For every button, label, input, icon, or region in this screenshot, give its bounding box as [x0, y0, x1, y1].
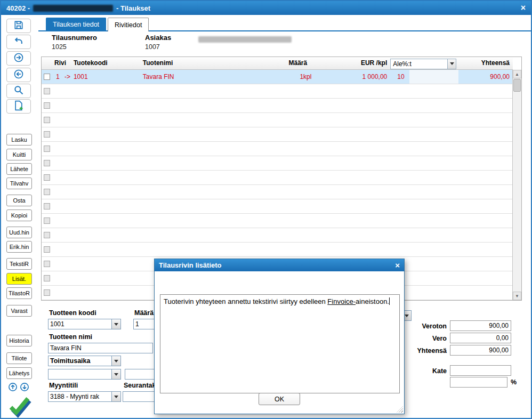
row-checkbox-cell: [42, 99, 52, 112]
customer-number-value: 1007: [145, 43, 160, 51]
product-name-field[interactable]: Tavara FIN: [48, 343, 153, 353]
record-down-button[interactable]: [19, 383, 29, 393]
sidebar-button-lahete[interactable]: Lähete: [6, 163, 32, 175]
delivery-time-value: [49, 369, 111, 379]
sidebar-button-tilastor[interactable]: TilastoR: [6, 287, 32, 299]
record-up-button[interactable]: [7, 383, 18, 393]
sales-account-label: Myyntitili: [49, 382, 78, 389]
dialog-close-icon[interactable]: ×: [395, 261, 400, 269]
row-checkbox-cell: [42, 199, 52, 213]
delivery-time-value-combo[interactable]: [48, 369, 121, 380]
table-row-selected[interactable]: 1 -> 1001 Tavara FIN 1kpl 1 000,00 10 90…: [42, 70, 513, 84]
vertical-scrollbar[interactable]: ▲ ▼: [512, 70, 521, 300]
checkmark-logo: [9, 396, 32, 419]
row-checkbox[interactable]: [44, 232, 50, 238]
col-header-tuotekoodi: Tuotekoodi: [72, 57, 140, 69]
row-checkbox[interactable]: [44, 117, 50, 123]
save-button[interactable]: [6, 19, 31, 33]
row-checkbox[interactable]: [44, 131, 50, 138]
row-checkbox[interactable]: [44, 102, 50, 109]
table-row-empty: [42, 156, 513, 171]
row-checkbox[interactable]: [44, 189, 50, 195]
chevron-down-icon: [111, 319, 120, 329]
tracking-field[interactable]: [123, 391, 156, 402]
margin-field-2[interactable]: [450, 377, 507, 388]
percent-sign: %: [511, 378, 517, 386]
row-checkbox-cell: [42, 127, 52, 141]
sidebar-button-uudhin[interactable]: Uud.hin: [6, 227, 32, 238]
table-header-row: Rivi Tuotekoodi Tuotenimi Määrä EUR /kpl…: [42, 57, 513, 70]
col-header-ale: Ale%:t: [390, 57, 458, 69]
row-checkbox[interactable]: [44, 275, 50, 281]
sidebar-button-tekstir[interactable]: TekstiR: [6, 258, 32, 270]
window-titlebar[interactable]: 40202 - - Tilaukset ×: [1, 1, 531, 15]
row-checkbox-cell: [42, 171, 52, 184]
row-checkbox[interactable]: [44, 217, 50, 224]
sidebar-button-kopioi[interactable]: Kopioi: [6, 210, 32, 221]
row-checkbox[interactable]: [44, 88, 50, 94]
cell-eur-kpl: 1 000,00: [316, 70, 390, 84]
table-row-empty: [42, 127, 513, 142]
product-code-combo[interactable]: 1001: [48, 319, 121, 329]
forward-record-button[interactable]: [6, 51, 31, 66]
new-document-button[interactable]: [6, 99, 31, 114]
close-icon[interactable]: ×: [521, 4, 526, 12]
col-header-eur-kpl: EUR /kpl: [316, 57, 390, 69]
scrollbar-down-icon[interactable]: ▼: [513, 292, 521, 300]
back-circle-icon: [13, 69, 24, 82]
sales-account-combo[interactable]: 3188 - Myynti rak: [48, 391, 121, 402]
textarea-text: Tuoterivin yhteyteen annettu tekstirivi …: [164, 297, 327, 305]
window-title-suffix: - Tilaukset: [116, 4, 150, 12]
sidebar-button-lasku[interactable]: Lasku: [6, 134, 32, 146]
sidebar-button-lahetys[interactable]: Lähetys: [6, 367, 32, 379]
scrollbar-thumb[interactable]: [513, 79, 521, 92]
cell-maara: 1kpl: [281, 70, 316, 84]
delivery-time-extra-field[interactable]: [125, 369, 155, 380]
sidebar-button-kuitti[interactable]: Kuitti: [6, 149, 32, 160]
tab-rivitiedot[interactable]: Rivitiedot: [108, 18, 149, 31]
cell-ale: 10: [390, 70, 409, 84]
row-checkbox[interactable]: [44, 246, 50, 253]
delivery-time-label: Toimitusaika: [49, 356, 111, 366]
resize-grip[interactable]: [397, 406, 403, 413]
tax-field: 0,00: [450, 333, 511, 343]
search-button[interactable]: [6, 84, 31, 98]
undo-button[interactable]: [6, 35, 31, 49]
sales-account-value: 3188 - Myynti rak: [49, 392, 111, 401]
discount-filter-dropdown[interactable]: Ale%:t: [390, 59, 456, 69]
table-row-empty: [42, 185, 513, 199]
app-window: 40202 - - Tilaukset ×: [0, 0, 532, 419]
text-cursor: [389, 297, 390, 305]
sidebar-button-tilvahv[interactable]: Tilvahv: [6, 178, 32, 189]
margin-field-1[interactable]: [450, 365, 511, 376]
sidebar-button-tiliote[interactable]: Tiliote: [6, 352, 32, 364]
row-checkbox[interactable]: [44, 146, 50, 152]
product-code-value: 1001: [49, 319, 111, 329]
sidebar-button-erikhin[interactable]: Erik.hin: [6, 241, 32, 253]
scrollbar-up-icon[interactable]: ▲: [513, 70, 521, 78]
table-row-empty: [42, 228, 513, 243]
row-checkbox[interactable]: [44, 289, 50, 296]
sidebar-button-varast[interactable]: Varast: [6, 305, 32, 317]
tax-label: Vero: [405, 335, 447, 342]
row-checkbox[interactable]: [44, 174, 50, 181]
row-checkbox[interactable]: [44, 261, 50, 267]
row-checkbox[interactable]: [44, 74, 50, 80]
row-checkbox[interactable]: [44, 160, 50, 166]
table-row-empty: [42, 199, 513, 214]
order-number-label: Tilausnumero: [52, 34, 97, 42]
delivery-time-combo[interactable]: Toimitusaika: [48, 356, 121, 366]
row-checkbox[interactable]: [44, 203, 50, 210]
tab-tilauksen-tiedot[interactable]: Tilauksen tiedot: [46, 18, 106, 30]
sidebar-button-osta[interactable]: Osta: [6, 195, 32, 206]
ok-button[interactable]: OK: [259, 393, 300, 405]
sidebar-button-historia[interactable]: Historia: [6, 335, 32, 347]
additional-info-textarea[interactable]: Tuoterivin yhteyteen annettu tekstirivi …: [160, 294, 400, 393]
dialog-titlebar[interactable]: Tilausrivin lisätieto ×: [155, 259, 404, 271]
sidebar-button-lisat[interactable]: Lisät.: [6, 273, 32, 285]
additional-info-dialog: Tilausrivin lisätieto × Tuoterivin yhtey…: [154, 259, 405, 414]
col-header-rivi: Rivi: [52, 57, 72, 69]
back-record-button[interactable]: [6, 68, 31, 82]
down-circle-icon: [20, 382, 29, 394]
row-pointer-icon: ->: [65, 70, 72, 84]
